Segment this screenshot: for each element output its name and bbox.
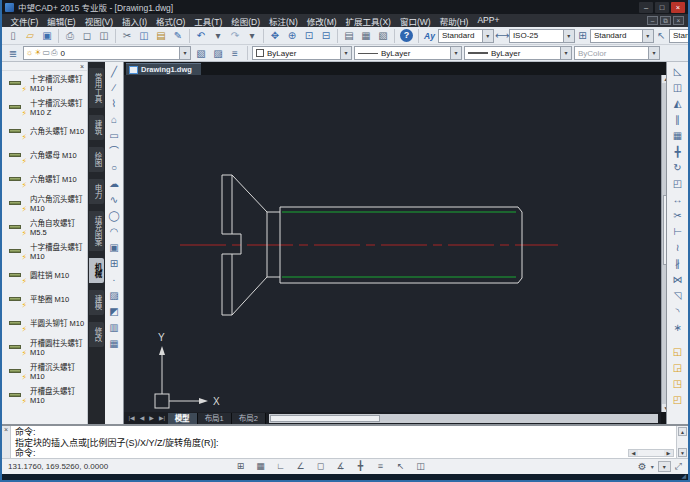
palette-tab-5[interactable]: 填充图案 xyxy=(89,211,104,251)
palette-tab-4[interactable]: 电力 xyxy=(89,179,104,204)
palette-tab-2[interactable]: 建筑 xyxy=(89,115,104,140)
menu-item-13[interactable]: APP+ xyxy=(473,15,504,27)
palette-item[interactable]: ⚡十字槽沉头螺钉 M10 H xyxy=(9,74,87,95)
status-dropdown[interactable]: ▾ xyxy=(658,461,671,472)
revcloud-icon[interactable]: ☁ xyxy=(106,176,123,192)
erase-icon[interactable]: ◺ xyxy=(669,64,686,80)
spline-icon[interactable]: ∿ xyxy=(106,192,123,208)
command-history[interactable]: 命令:指定块的插入点或[比例因子(S)/X/Y/Z/旋转角度(R)]:命令: xyxy=(11,426,676,458)
command-scrollbar[interactable]: ▲ ▼ xyxy=(676,426,688,458)
close-button[interactable]: × xyxy=(671,2,685,13)
menu-item-5[interactable]: 格式(O) xyxy=(152,15,190,27)
drawing-canvas[interactable]: Y X xyxy=(124,75,661,412)
trim-icon[interactable]: ✂ xyxy=(669,208,686,224)
cursor-select-icon[interactable]: ↖ xyxy=(392,460,409,473)
palette-tab-3[interactable]: 绘图 xyxy=(89,147,104,172)
palette-item[interactable]: ⚡十字槽盘头螺钉 M10 xyxy=(9,242,87,263)
chevron-down-icon[interactable]: ▾ xyxy=(560,47,571,59)
menu-item-7[interactable]: 绘图(D) xyxy=(227,15,265,27)
chevron-down-icon[interactable]: ▾ xyxy=(450,47,461,59)
send-to-back-icon[interactable]: ◲ xyxy=(669,360,686,376)
undo-icon[interactable]: ↶ xyxy=(193,28,209,43)
print-preview-icon[interactable]: ◻ xyxy=(79,28,95,43)
snap-icon[interactable]: ⊞ xyxy=(232,460,249,473)
scroll-thumb[interactable] xyxy=(270,415,380,422)
layout-nav-button[interactable]: ◀ xyxy=(137,412,147,424)
save-icon[interactable]: ▣ xyxy=(39,28,55,43)
chevron-down-icon[interactable]: ▾ xyxy=(340,47,351,59)
pan-icon[interactable]: ✥ xyxy=(267,28,283,43)
join-icon[interactable]: ⋈ xyxy=(669,272,686,288)
layout-nav-button[interactable]: |◀ xyxy=(126,412,137,424)
construction-line-icon[interactable]: ∕ xyxy=(106,80,123,96)
make-current-layer-icon[interactable]: ▧ xyxy=(193,46,209,61)
gear-dropdown-icon[interactable]: ▾ xyxy=(651,463,654,470)
chamfer-icon[interactable]: ◹ xyxy=(669,288,686,304)
minimize-button[interactable]: – xyxy=(639,2,653,13)
chevron-down-icon[interactable]: ▾ xyxy=(642,30,653,42)
layers-manager-icon[interactable]: ≣ xyxy=(5,46,21,61)
mirror-icon[interactable]: ◭ xyxy=(669,96,686,112)
polyline-icon[interactable]: ⌇ xyxy=(106,96,123,112)
palette-item[interactable]: ⚡六角自攻螺钉 M5.5 xyxy=(9,218,87,239)
menu-item-11[interactable]: 窗口(W) xyxy=(395,15,435,27)
command-horizontal-scrollbar[interactable]: ◀ ▶ xyxy=(628,449,674,457)
table-style-dropdown[interactable]: Standard ▾ xyxy=(590,29,654,43)
palette-tab-1[interactable]: 常用工具 xyxy=(89,68,104,108)
color-dropdown[interactable]: ByLayer ▾ xyxy=(252,46,352,60)
tool-palettes-icon[interactable]: ▦ xyxy=(358,28,374,43)
polar-icon[interactable]: ∠ xyxy=(292,460,309,473)
palette-item[interactable]: ⚡内六角沉头螺钉 M10 xyxy=(9,194,87,215)
scroll-left-icon[interactable]: ◀ xyxy=(629,450,638,456)
move-icon[interactable]: ╋ xyxy=(669,144,686,160)
scroll-right-icon[interactable]: ▶ xyxy=(664,450,673,456)
polygon-icon[interactable]: ⌂ xyxy=(106,112,123,128)
bring-above-icon[interactable]: ◳ xyxy=(669,376,686,392)
command-grip[interactable]: × xyxy=(2,426,11,458)
ellipse-arc-icon[interactable]: ◠ xyxy=(106,224,123,240)
redo-dropdown-icon[interactable]: ▾ xyxy=(244,28,260,43)
array-icon[interactable]: ▦ xyxy=(669,128,686,144)
otrack-icon[interactable]: ∡ xyxy=(332,460,349,473)
maximize-button[interactable]: □ xyxy=(655,2,669,13)
new-icon[interactable]: ▯ xyxy=(5,28,21,43)
text-style-dropdown[interactable]: Standard ▾ xyxy=(438,29,494,43)
redo-icon[interactable]: ↷ xyxy=(227,28,243,43)
palette-item[interactable]: ⚡开槽圆柱头螺钉 M10 xyxy=(9,338,87,359)
mleader-style-dropdown[interactable]: Standard ▾ xyxy=(669,29,690,43)
resize-grip[interactable]: ◢ xyxy=(681,473,686,479)
palette-item[interactable]: ⚡六角头螺钉 M10 xyxy=(9,122,87,143)
scroll-up-icon[interactable]: ▲ xyxy=(678,427,687,436)
extend-icon[interactable]: ⊢ xyxy=(669,224,686,240)
zoom-previous-icon[interactable]: ⊟ xyxy=(318,28,334,43)
palette-item[interactable]: ⚡十字槽沉头螺钉 M10 Z xyxy=(9,98,87,119)
scale-icon[interactable]: ◰ xyxy=(669,176,686,192)
layout-tab-3[interactable]: 布局2 xyxy=(232,413,266,424)
region-icon[interactable]: ▥ xyxy=(106,320,123,336)
bring-to-front-icon[interactable]: ◱ xyxy=(669,344,686,360)
layout-nav-button[interactable]: ▶ xyxy=(147,412,157,424)
ortho-icon[interactable]: ∟ xyxy=(272,460,289,473)
osnap-icon[interactable]: ◻ xyxy=(312,460,329,473)
menu-item-4[interactable]: 插入(I) xyxy=(118,15,152,27)
break-at-point-icon[interactable]: ≀ xyxy=(669,240,686,256)
break-icon[interactable]: ∦ xyxy=(669,256,686,272)
document-tab[interactable]: Drawing1.dwg xyxy=(126,63,201,75)
properties-palette-icon[interactable]: ▤ xyxy=(341,28,357,43)
menu-item-2[interactable]: 编辑(E) xyxy=(43,15,80,27)
ellipse-icon[interactable]: ◯ xyxy=(106,208,123,224)
layout-nav-button[interactable]: ▶| xyxy=(156,412,167,424)
paste-icon[interactable]: ▤ xyxy=(153,28,169,43)
linetype-dropdown[interactable]: ByLayer ▾ xyxy=(354,46,462,60)
chevron-down-icon[interactable]: ▾ xyxy=(179,47,190,59)
mdi-minimize-button[interactable]: – xyxy=(647,16,658,25)
layer-dropdown[interactable]: ☼☀▭⎙ 0 ▾ xyxy=(23,46,191,60)
menu-item-10[interactable]: 扩展工具(X) xyxy=(341,15,395,27)
palette-item[interactable]: ⚡平垫圈 M10 xyxy=(9,290,87,311)
chevron-down-icon[interactable]: ▾ xyxy=(563,30,574,42)
dim-style-dropdown[interactable]: ISO-25 ▾ xyxy=(509,29,575,43)
palette-tab-7[interactable]: 建模 xyxy=(89,290,104,315)
palette-item[interactable]: ⚡开槽盘头螺钉 M10 xyxy=(9,386,87,407)
palette-item[interactable]: ⚡半圆头铆钉 M10 xyxy=(9,314,87,335)
point-icon[interactable]: ∙ xyxy=(106,272,123,288)
